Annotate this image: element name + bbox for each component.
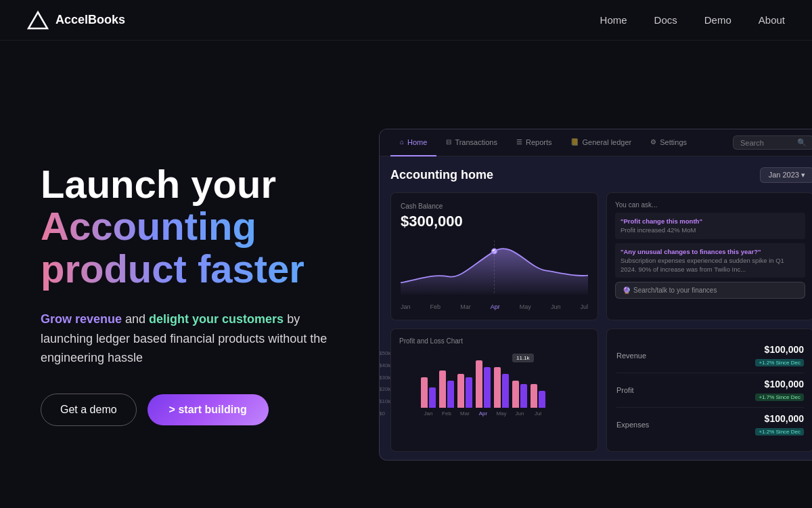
bar-chart-inner: [421, 350, 589, 408]
mockup-nav: ⌂ Home ⊟ Transactions ☰ Reports 📒 Genera…: [380, 129, 812, 156]
nav-demo[interactable]: Demo: [704, 14, 731, 26]
bar-mar-purple: [466, 377, 472, 408]
mockup-search[interactable]: Search 🔍: [733, 135, 812, 150]
bar-apr-purple: [484, 367, 491, 408]
ai-quote-2: "Any unusual changes to finances this ye…: [615, 243, 805, 278]
ai-quote-1: "Profit change this month" Profit increa…: [615, 213, 805, 239]
bar-tooltip: 11.1k: [512, 354, 534, 362]
stat-row-revenue: Revenue $100,000 +1.2% Since Dec: [616, 339, 804, 373]
bar-month-jun: Jun: [512, 410, 527, 417]
nav-docs[interactable]: Docs: [654, 14, 677, 26]
bar-jun-pink: [512, 381, 519, 408]
stat-expenses-label: Expenses: [616, 421, 649, 429]
month-feb: Feb: [430, 303, 441, 310]
ai-quote-1-detail: Profit increased 42% MoM: [621, 226, 696, 234]
bar-feb-purple: [447, 381, 454, 408]
and-text: and: [122, 312, 149, 326]
headline-line2: Accounting: [41, 204, 256, 248]
hero-section: Launch your Accounting product faster Gr…: [0, 41, 812, 508]
reports-icon: ☰: [516, 138, 522, 146]
mockup-nav-home[interactable]: ⌂ Home: [390, 129, 436, 156]
subheadline: Grow revenue and delight your customers …: [41, 310, 338, 368]
mockup-body: Accounting home Jan 2023 ▾ Cash Balance …: [380, 156, 812, 460]
mockup-nav-settings[interactable]: ⚙ Settings: [641, 129, 696, 156]
nav-about[interactable]: About: [759, 14, 785, 26]
ai-input-placeholder: Search/talk to your finances: [633, 287, 717, 294]
stat-expenses-right: $100,000 +1.2% Since Dec: [755, 413, 804, 436]
month-mar: Mar: [460, 303, 471, 310]
svg-marker-0: [28, 12, 47, 28]
transactions-icon: ⊟: [446, 138, 451, 146]
ai-card-header: You can ask...: [615, 201, 805, 209]
bar-jan-pink: [421, 377, 428, 408]
nav-home[interactable]: Home: [600, 14, 627, 26]
bar-feb-pink: [439, 371, 446, 408]
stat-revenue-label: Revenue: [616, 352, 646, 360]
ledger-icon: 📒: [570, 138, 579, 146]
ai-search-input[interactable]: 🔮 Search/talk to your finances: [615, 282, 805, 299]
hero-copy: Launch your Accounting product faster Gr…: [41, 163, 338, 426]
stat-row-expenses: Expenses $100,000 +1.2% Since Dec: [616, 408, 804, 442]
cash-balance-value: $300,000: [401, 213, 588, 230]
pnl-chart-title: Profit and Loss Chart: [399, 337, 589, 345]
home-icon: ⌂: [400, 138, 404, 146]
bar-group-apr: [476, 360, 491, 408]
stat-row-profit: Profit $100,000 +1.7% Since Dec: [616, 373, 804, 408]
logo-area[interactable]: AccelBooks: [27, 9, 125, 31]
bar-month-jul: Jul: [531, 410, 545, 417]
y-axis-labels: $50k $40k $30k $20k $10k $0: [380, 350, 390, 417]
bar-group-may: [494, 367, 509, 408]
bar-jun-purple: [520, 384, 527, 408]
stat-profit-right: $100,000 +1.7% Since Dec: [755, 379, 804, 402]
month-apr: Apr: [491, 303, 500, 310]
bar-group-jul: [531, 384, 545, 408]
pnl-chart-area: $50k $40k $30k $20k $10k $0 11.1k: [399, 350, 589, 417]
stat-profit-label: Profit: [616, 386, 634, 394]
stat-profit-value: $100,000: [755, 379, 804, 389]
bar-group-jun: [512, 381, 527, 408]
ai-input-icon: 🔮: [623, 287, 631, 294]
cash-balance-card: Cash Balance $300,000: [390, 192, 598, 320]
headline-line3: product faster: [41, 247, 304, 291]
stat-expenses-badge: +1.2% Since Dec: [755, 428, 804, 436]
cash-balance-chart: [401, 237, 588, 298]
dashboard-grid: Cash Balance $300,000: [390, 192, 812, 452]
bar-group-feb: [439, 371, 454, 408]
bar-may-purple: [502, 374, 509, 408]
cash-balance-label: Cash Balance: [401, 203, 588, 210]
bar-month-mar: Mar: [457, 410, 472, 417]
date-selector[interactable]: Jan 2023 ▾: [760, 167, 812, 183]
stat-expenses-value: $100,000: [755, 413, 804, 424]
dashboard-mockup: ⌂ Home ⊟ Transactions ☰ Reports 📒 Genera…: [379, 129, 812, 461]
bar-jan-purple: [429, 387, 436, 408]
bar-group-mar: [457, 374, 472, 408]
cta-row: Get a demo > start building: [41, 394, 338, 426]
ai-quote-1-title: "Profit change this month": [621, 217, 702, 225]
headline-line1: Launch your: [41, 162, 276, 206]
bar-may-pink: [494, 367, 501, 408]
mockup-page-title: Accounting home: [390, 168, 493, 182]
start-building-button[interactable]: > start building: [148, 394, 269, 425]
main-nav: AccelBooks Home Docs Demo About: [0, 0, 812, 41]
mockup-nav-transactions[interactable]: ⊟ Transactions: [436, 129, 507, 156]
ai-quote-2-title: "Any unusual changes to finances this ye…: [621, 248, 761, 255]
stats-card: Revenue $100,000 +1.2% Since Dec Profit …: [606, 329, 812, 452]
mockup-nav-ledger[interactable]: 📒 General ledger: [561, 129, 641, 156]
mockup-nav-reports[interactable]: ☰ Reports: [507, 129, 562, 156]
bar-months: Jan Feb Mar Apr May Jun Jul: [421, 410, 589, 417]
bar-mar-pink: [457, 374, 464, 408]
hero-visual: ⌂ Home ⊟ Transactions ☰ Reports 📒 Genera…: [379, 129, 812, 461]
search-icon: 🔍: [797, 138, 807, 147]
month-may: May: [520, 303, 531, 310]
nav-links: Home Docs Demo About: [600, 14, 785, 26]
stat-revenue-value: $100,000: [755, 344, 804, 355]
stat-revenue-badge: +1.2% Since Dec: [755, 359, 804, 366]
bar-group-jan: [421, 377, 436, 408]
bar-month-apr: Apr: [476, 410, 491, 417]
brand-name: AccelBooks: [55, 13, 125, 27]
get-demo-button[interactable]: Get a demo: [41, 394, 137, 426]
stat-revenue-right: $100,000 +1.2% Since Dec: [755, 344, 804, 367]
ai-panel-card: You can ask... "Profit change this month…: [606, 192, 812, 320]
mockup-header: Accounting home Jan 2023 ▾: [390, 167, 812, 183]
month-jun: Jun: [551, 303, 561, 310]
